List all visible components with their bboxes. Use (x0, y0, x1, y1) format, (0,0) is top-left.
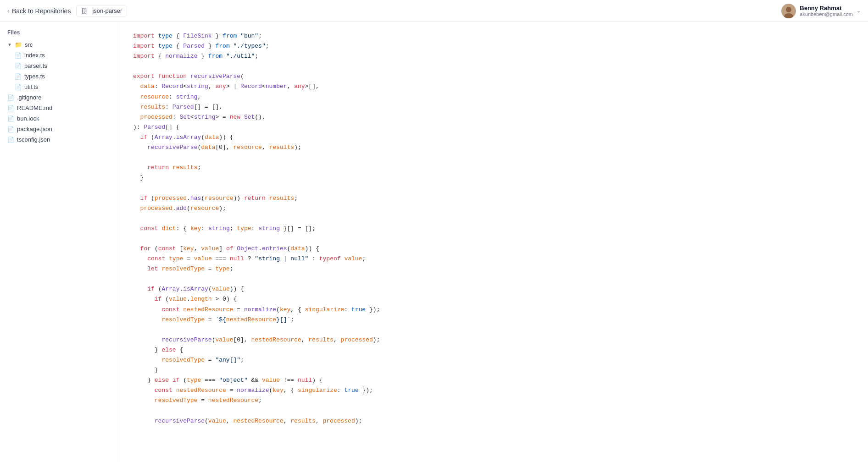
file-icon: 📄 (15, 73, 22, 80)
file-name: parser.ts (24, 62, 47, 69)
file-icon: 📄 (7, 116, 14, 122)
svg-point-5 (786, 7, 791, 12)
user-email: akunbeben@gmail.com (800, 11, 853, 17)
file-tab-icon (81, 7, 89, 15)
file-package-json[interactable]: 📄 package.json (0, 124, 119, 134)
files-label: Files (0, 28, 119, 39)
repo-name: json-parser (92, 7, 122, 14)
file-icon: 📄 (7, 105, 14, 111)
file-icon: 📄 (7, 137, 14, 143)
file-name: README.md (17, 104, 52, 111)
back-label: Back to Repositories (12, 7, 71, 15)
header-left: ‹ Back to Repositories json-parser (7, 5, 127, 17)
folder-src[interactable]: ▼ 📁 src (0, 39, 119, 50)
user-menu[interactable]: Benny Rahmat akunbeben@gmail.com ⌄ (781, 4, 861, 18)
main-layout: Files ▼ 📁 src 📄 index.ts 📄 parser.ts 📄 t… (0, 22, 868, 462)
file-index-ts[interactable]: 📄 index.ts (0, 50, 119, 60)
folder-chevron-icon: ▼ (7, 42, 12, 47)
file-icon: 📄 (15, 52, 22, 59)
file-tsconfig-json[interactable]: 📄 tsconfig.json (0, 134, 119, 145)
code-content: import type { FileSink } from "bun"; imp… (133, 31, 854, 426)
file-name: util.ts (24, 83, 38, 90)
file-name: tsconfig.json (17, 136, 50, 143)
file-readme-md[interactable]: 📄 README.md (0, 103, 119, 113)
header: ‹ Back to Repositories json-parser (0, 0, 868, 22)
file-icon: 📄 (7, 94, 14, 101)
file-icon: 📄 (15, 63, 22, 69)
file-name: package.json (17, 126, 52, 132)
header-right: Benny Rahmat akunbeben@gmail.com ⌄ (781, 4, 861, 18)
file-gitignore[interactable]: 📄 .gitignore (0, 92, 119, 103)
file-name: bun.lock (17, 115, 39, 122)
avatar (781, 4, 796, 18)
file-bun-lock[interactable]: 📄 bun.lock (0, 113, 119, 124)
code-editor: import type { FileSink } from "bun"; imp… (119, 22, 868, 462)
file-name: .gitignore (17, 94, 41, 101)
file-name: index.ts (24, 52, 45, 59)
file-util-ts[interactable]: 📄 util.ts (0, 82, 119, 92)
file-parser-ts[interactable]: 📄 parser.ts (0, 60, 119, 71)
repo-tab[interactable]: json-parser (76, 5, 127, 17)
file-name: types.ts (24, 73, 45, 80)
file-icon: 📄 (15, 84, 22, 90)
folder-icon: 📁 (15, 41, 22, 48)
user-name: Benny Rahmat (800, 5, 853, 11)
user-menu-chevron-icon: ⌄ (857, 8, 861, 14)
back-to-repositories-link[interactable]: ‹ Back to Repositories (7, 7, 71, 15)
folder-name-src: src (25, 41, 33, 48)
file-tree: ▼ 📁 src 📄 index.ts 📄 parser.ts 📄 types.t… (0, 39, 119, 145)
file-types-ts[interactable]: 📄 types.ts (0, 71, 119, 82)
back-chevron-icon: ‹ (7, 8, 9, 14)
file-icon: 📄 (7, 126, 14, 132)
sidebar: Files ▼ 📁 src 📄 index.ts 📄 parser.ts 📄 t… (0, 22, 119, 462)
user-text: Benny Rahmat akunbeben@gmail.com (800, 5, 853, 17)
